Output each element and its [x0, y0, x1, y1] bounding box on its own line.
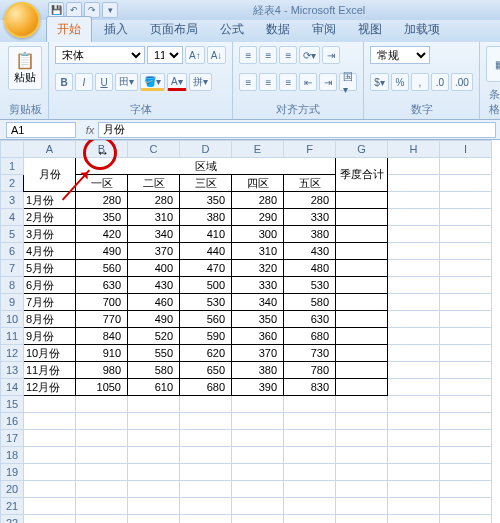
phonetic-button[interactable]: 拼▾: [189, 73, 212, 91]
cell-empty[interactable]: [232, 430, 284, 447]
cell-empty[interactable]: [76, 396, 128, 413]
cell-empty[interactable]: [128, 430, 180, 447]
row-header[interactable]: 16: [1, 413, 24, 430]
cell-empty[interactable]: [336, 430, 388, 447]
cell-empty[interactable]: [388, 498, 440, 515]
cell-empty[interactable]: [440, 430, 492, 447]
cell-empty[interactable]: [76, 464, 128, 481]
cell-empty[interactable]: [24, 498, 76, 515]
tab-layout[interactable]: 页面布局: [140, 17, 208, 42]
tab-formula[interactable]: 公式: [210, 17, 254, 42]
row-header[interactable]: 10: [1, 311, 24, 328]
cell-empty[interactable]: [180, 498, 232, 515]
cell-empty[interactable]: [284, 430, 336, 447]
align-right-icon[interactable]: ≡: [279, 73, 297, 91]
row-header[interactable]: 2: [1, 175, 24, 192]
row-header[interactable]: 1: [1, 158, 24, 175]
row-header[interactable]: 7: [1, 260, 24, 277]
cell-empty[interactable]: [128, 447, 180, 464]
formula-input[interactable]: 月份: [98, 122, 496, 138]
cell-empty[interactable]: [336, 396, 388, 413]
cell-empty[interactable]: [232, 464, 284, 481]
col-header[interactable]: G: [336, 141, 388, 158]
cell-empty[interactable]: [24, 464, 76, 481]
cell-empty[interactable]: [388, 447, 440, 464]
row-header[interactable]: 6: [1, 243, 24, 260]
font-color-button[interactable]: A▾: [167, 73, 187, 91]
cell-empty[interactable]: [76, 498, 128, 515]
col-header[interactable]: H: [388, 141, 440, 158]
cell-empty[interactable]: [388, 481, 440, 498]
align-middle-icon[interactable]: ≡: [259, 46, 277, 64]
italic-button[interactable]: I: [75, 73, 93, 91]
cell-empty[interactable]: [440, 396, 492, 413]
wrap-text-icon[interactable]: ⇥: [322, 46, 340, 64]
row-header[interactable]: 5: [1, 226, 24, 243]
col-header[interactable]: E: [232, 141, 284, 158]
tab-addin[interactable]: 加载项: [394, 17, 450, 42]
row-header[interactable]: 19: [1, 464, 24, 481]
row-header[interactable]: 17: [1, 430, 24, 447]
row-header[interactable]: 3: [1, 192, 24, 209]
cell-empty[interactable]: [284, 447, 336, 464]
col-header[interactable]: A: [24, 141, 76, 158]
row-header[interactable]: 21: [1, 498, 24, 515]
row-header[interactable]: 4: [1, 209, 24, 226]
cell-empty[interactable]: [440, 481, 492, 498]
tab-view[interactable]: 视图: [348, 17, 392, 42]
align-top-icon[interactable]: ≡: [239, 46, 257, 64]
name-box[interactable]: A1: [6, 122, 76, 138]
row-header[interactable]: 18: [1, 447, 24, 464]
number-format-select[interactable]: 常规: [370, 46, 430, 64]
merge-button[interactable]: 国▾: [339, 73, 357, 91]
border-button[interactable]: 田▾: [115, 73, 138, 91]
indent-inc-icon[interactable]: ⇥: [319, 73, 337, 91]
cell-empty[interactable]: [388, 515, 440, 524]
col-header[interactable]: C: [128, 141, 180, 158]
cell-empty[interactable]: [284, 396, 336, 413]
cell-empty[interactable]: [180, 464, 232, 481]
tab-home[interactable]: 开始: [46, 16, 92, 42]
cell-empty[interactable]: [24, 481, 76, 498]
cell-empty[interactable]: [76, 481, 128, 498]
cell-empty[interactable]: [128, 498, 180, 515]
row-header[interactable]: 11: [1, 328, 24, 345]
cell-empty[interactable]: [336, 464, 388, 481]
orientation-icon[interactable]: ⟳▾: [299, 46, 320, 64]
cell-empty[interactable]: [76, 515, 128, 524]
bold-button[interactable]: B: [55, 73, 73, 91]
grow-font-icon[interactable]: A↑: [185, 46, 205, 64]
tab-data[interactable]: 数据: [256, 17, 300, 42]
cell-empty[interactable]: [232, 396, 284, 413]
select-all[interactable]: [1, 141, 24, 158]
cell-empty[interactable]: [180, 515, 232, 524]
row-header[interactable]: 12: [1, 345, 24, 362]
cell-empty[interactable]: [128, 515, 180, 524]
fx-icon[interactable]: fx: [82, 124, 98, 136]
cell-empty[interactable]: [76, 430, 128, 447]
cell-empty[interactable]: [128, 464, 180, 481]
tab-insert[interactable]: 插入: [94, 17, 138, 42]
cell-empty[interactable]: [180, 396, 232, 413]
cell-empty[interactable]: [440, 447, 492, 464]
qat-dropdown-icon[interactable]: ▾: [102, 2, 118, 18]
cell-empty[interactable]: [440, 464, 492, 481]
row-header[interactable]: 9: [1, 294, 24, 311]
cell-empty[interactable]: [440, 498, 492, 515]
cell-empty[interactable]: [24, 396, 76, 413]
cell-empty[interactable]: [232, 515, 284, 524]
spreadsheet-grid[interactable]: ABCDEFGHI1月份区域季度合计2一区二区三区四区五区31月份2802803…: [0, 140, 492, 523]
cond-format-button[interactable]: ▦: [486, 46, 500, 82]
cell-empty[interactable]: [128, 396, 180, 413]
cell-empty[interactable]: [24, 447, 76, 464]
paste-button[interactable]: 📋 粘贴: [8, 46, 42, 90]
font-name-select[interactable]: 宋体: [55, 46, 145, 64]
row-header[interactable]: 13: [1, 362, 24, 379]
cell-empty[interactable]: [180, 413, 232, 430]
cell-empty[interactable]: [336, 498, 388, 515]
cell-empty[interactable]: [180, 481, 232, 498]
comma-icon[interactable]: ,: [411, 73, 429, 91]
col-header[interactable]: B: [76, 141, 128, 158]
col-header[interactable]: I: [440, 141, 492, 158]
cell-empty[interactable]: [336, 413, 388, 430]
